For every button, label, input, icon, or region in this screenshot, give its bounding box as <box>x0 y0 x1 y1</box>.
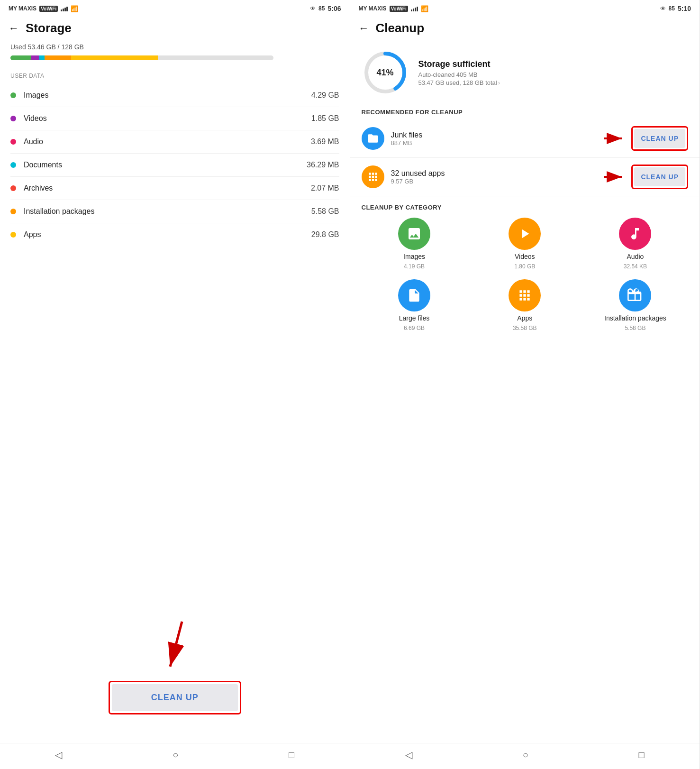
status-icons-right-right: 👁 85 5:10 <box>660 5 691 12</box>
cat-size-large-files: 6.69 GB <box>404 325 425 331</box>
battery-right: 85 <box>669 5 675 12</box>
nav-recents-left[interactable]: □ <box>289 750 294 760</box>
item-name-apps: Apps <box>24 230 311 239</box>
category-images[interactable]: Images 4.19 GB <box>362 218 467 270</box>
battery-left: 85 <box>318 5 325 12</box>
item-size-archives: 2.07 MB <box>311 184 339 192</box>
audio-dot <box>10 139 16 145</box>
junk-files-info: Junk files 887 MB <box>391 131 597 146</box>
storage-detail-link[interactable]: 53.47 GB used, 128 GB total › <box>418 79 500 86</box>
bar-docs <box>39 55 45 60</box>
list-item[interactable]: Installation packages 5.58 GB <box>10 200 339 223</box>
cleanup-button-left[interactable]: CLEAN UP <box>112 684 238 711</box>
category-audio[interactable]: Audio 32.54 KB <box>582 218 688 270</box>
video-icon <box>517 226 532 241</box>
item-size-apps: 29.8 GB <box>311 230 339 239</box>
unused-apps-row[interactable]: 32 unused apps 9.57 GB CLEAN UP <box>350 158 700 196</box>
archives-dot <box>10 185 16 191</box>
category-apps[interactable]: Apps 35.58 GB <box>472 279 578 331</box>
nav-recents-right[interactable]: □ <box>639 750 645 760</box>
left-bottom-area: CLEAN UP <box>0 246 350 743</box>
nav-back-left[interactable]: ◁ <box>55 749 62 760</box>
item-name-install: Installation packages <box>24 207 311 216</box>
cat-name-videos: Videos <box>515 253 535 260</box>
storage-list: Images 4.29 GB Videos 1.85 GB Audio 3.69… <box>0 84 350 246</box>
install-icon <box>627 288 643 303</box>
cleanup-button-junk[interactable]: CLEAN UP <box>634 129 685 148</box>
top-bar-right: ← Cleanup <box>350 15 700 39</box>
cleanup-btn-junk-wrapper: CLEAN UP <box>631 126 688 151</box>
auto-cleaned-text: Auto-cleaned 405 MB <box>418 71 500 78</box>
category-videos[interactable]: Videos 1.80 GB <box>472 218 578 270</box>
unused-apps-size: 9.57 GB <box>391 178 597 185</box>
item-name-audio: Audio <box>24 137 311 146</box>
list-item[interactable]: Audio 3.69 MB <box>10 130 339 154</box>
storage-bar <box>10 55 273 60</box>
apps-grid-icon <box>367 171 379 183</box>
unused-apps-action: CLEAN UP <box>603 165 688 189</box>
list-item[interactable]: Documents 36.29 MB <box>10 154 339 177</box>
item-size-images: 4.29 GB <box>311 91 339 100</box>
eye-icon-left: 👁 <box>310 5 316 12</box>
status-bar-right: MY MAXIS VoWiFi 📶 👁 85 5:10 <box>350 0 700 15</box>
carrier-left: MY MAXIS <box>9 5 36 12</box>
bar-videos <box>31 55 39 60</box>
signal-bars-right <box>411 6 418 11</box>
category-videos-icon <box>509 218 541 250</box>
nav-home-right[interactable]: ○ <box>523 750 528 760</box>
list-item[interactable]: Videos 1.85 GB <box>10 107 339 130</box>
category-install-icon <box>619 279 651 311</box>
images-dot <box>10 92 16 98</box>
nav-back-right[interactable]: ◁ <box>405 749 412 760</box>
cleanup-button-wrapper-left: CLEAN UP <box>109 681 241 714</box>
status-icons-right-left: 👁 85 5:06 <box>310 5 341 12</box>
arrow-svg-left <box>156 619 194 676</box>
back-button-left[interactable]: ← <box>9 22 19 35</box>
list-item[interactable]: Images 4.29 GB <box>10 84 339 107</box>
cat-size-apps: 35.58 GB <box>513 325 537 331</box>
category-apps-icon <box>509 279 541 311</box>
page-title-left: Storage <box>26 21 72 36</box>
nav-bar-right: ◁ ○ □ <box>350 743 700 769</box>
signal-bars-left <box>61 6 68 11</box>
cat-size-audio: 32.54 KB <box>624 263 647 270</box>
donut-percent-label: 41% <box>376 68 393 78</box>
wifi-label-left: VoWiFi <box>39 6 58 12</box>
svg-rect-9 <box>411 299 415 300</box>
page-title-right: Cleanup <box>376 21 425 36</box>
back-button-right[interactable]: ← <box>359 22 369 35</box>
junk-files-row[interactable]: Junk files 887 MB CLEAN UP <box>350 119 700 158</box>
user-data-label: USER DATA <box>0 70 350 84</box>
cleanup-button-apps[interactable]: CLEAN UP <box>634 167 685 186</box>
nav-bar-left: ◁ ○ □ <box>0 743 350 769</box>
unused-apps-name: 32 unused apps <box>391 169 597 178</box>
unused-apps-info: 32 unused apps 9.57 GB <box>391 169 597 185</box>
junk-files-name: Junk files <box>391 131 597 139</box>
circle-status-area: 41% Storage sufficient Auto-cleaned 405 … <box>350 39 700 101</box>
folder-icon <box>367 132 379 145</box>
wifi-icon-right: 📶 <box>421 5 428 12</box>
item-size-install: 5.58 GB <box>311 207 339 216</box>
storage-bar-container <box>0 53 350 70</box>
red-arrow-right-1 <box>603 133 627 144</box>
category-large-files[interactable]: Large files 6.69 GB <box>362 279 467 331</box>
storage-sufficient-title: Storage sufficient <box>418 59 500 69</box>
red-arrow-down <box>156 619 194 676</box>
donut-chart: 41% <box>362 49 409 96</box>
document-icon <box>407 288 422 303</box>
list-item[interactable]: Archives 2.07 MB <box>10 177 339 200</box>
install-dot <box>10 209 16 214</box>
junk-files-icon <box>362 127 384 150</box>
cleanup-btn-apps-wrapper: CLEAN UP <box>631 165 688 189</box>
junk-files-size: 887 MB <box>391 139 597 146</box>
category-audio-icon <box>619 218 651 250</box>
nav-home-left[interactable]: ○ <box>173 750 178 760</box>
cat-name-audio: Audio <box>627 253 644 260</box>
storage-used-text: Used 53.46 GB / 128 GB <box>0 39 350 53</box>
recommended-section-title: RECOMMENDED FOR CLEANUP <box>350 101 700 119</box>
list-item[interactable]: Apps 29.8 GB <box>10 223 339 246</box>
bar-apps <box>71 55 158 60</box>
category-install[interactable]: Installation packages 5.58 GB <box>582 279 688 331</box>
carrier-right: MY MAXIS <box>359 5 387 12</box>
cat-size-install: 5.58 GB <box>625 325 645 331</box>
